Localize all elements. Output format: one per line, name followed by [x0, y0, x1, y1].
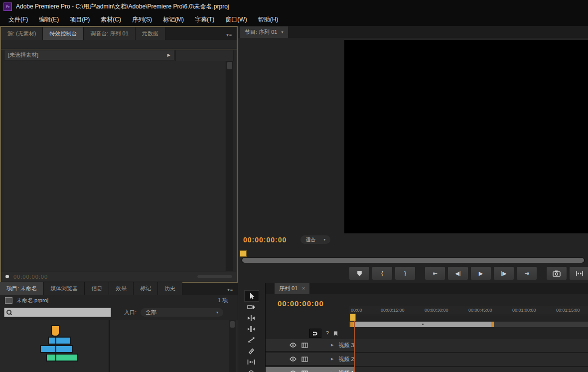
menu-clip[interactable]: 素材(C) — [95, 14, 127, 25]
status-indicator-dot — [5, 275, 9, 278]
timeline-current-timecode[interactable]: 00:00:00:00 — [278, 299, 324, 308]
panel-menu-icon[interactable]: ▾≡ — [223, 285, 238, 295]
play-button[interactable]: ▶ — [470, 266, 491, 280]
project-bin-area[interactable] — [0, 320, 238, 372]
track-content[interactable] — [354, 353, 588, 367]
sync-lock-icon[interactable] — [301, 357, 308, 362]
program-zoom-select[interactable]: 适合 ▾ — [300, 235, 330, 244]
tab-sequence-01[interactable]: 序列 01 × — [275, 283, 309, 294]
menu-project[interactable]: 项目(P) — [64, 14, 95, 25]
snap-toggle[interactable] — [309, 329, 321, 338]
tab-media-browser[interactable]: 媒体浏览器 — [44, 282, 85, 295]
menu-file[interactable]: 文件(F) — [3, 14, 33, 25]
tab-history[interactable]: 历史 — [158, 282, 182, 295]
search-box[interactable] — [4, 308, 111, 317]
tab-metadata[interactable]: 元数据 — [136, 27, 165, 40]
marker-icon — [356, 270, 363, 277]
premiere-pro-window: Pr Adobe Premiere Pro - C:\用户\admin\文档\A… — [0, 0, 588, 372]
slip-tool[interactable] — [244, 357, 258, 367]
timeline-panel: 序列 01 × 00:00:00:00 00:00 00:00:15:00 00… — [265, 283, 588, 372]
filter-select[interactable]: 全部 ▾ — [141, 308, 223, 317]
menu-marker[interactable]: 标记(M) — [157, 14, 189, 25]
project-scrollbar[interactable] — [229, 320, 236, 372]
track-content[interactable] — [354, 367, 588, 372]
work-area-handle[interactable] — [422, 324, 424, 325]
program-scrollbar[interactable] — [241, 257, 585, 263]
menu-help[interactable]: 帮助(H) — [253, 14, 284, 25]
eye-icon[interactable] — [290, 357, 296, 362]
menu-sequence[interactable]: 序列(S) — [127, 14, 157, 25]
tab-project[interactable]: 项目: 未命名 — [0, 282, 44, 295]
project-search-row: 入口: 全部 ▾ — [0, 307, 238, 318]
trim-button[interactable] — [569, 266, 588, 280]
timeline-ruler[interactable]: 00:00 00:00:15:00 00:00:30:00 00:00:45:0… — [349, 306, 588, 315]
mark-in-button[interactable]: { — [372, 266, 393, 280]
timeline-playhead-line — [354, 320, 355, 372]
tab-markers[interactable]: 标记 — [134, 282, 158, 295]
export-frame-button[interactable] — [546, 266, 567, 280]
timeline-playhead-marker[interactable] — [350, 314, 356, 321]
slide-tool-icon — [247, 370, 255, 372]
track-expand-icon[interactable]: ▶ — [331, 343, 333, 347]
sync-lock-icon[interactable] — [301, 371, 308, 372]
submenu-arrow-icon: ▶ — [167, 53, 170, 57]
rate-stretch-tool[interactable] — [244, 335, 258, 345]
close-icon[interactable]: × — [302, 286, 305, 291]
no-clip-selected-header[interactable]: [未选择素材] ▶ — [4, 50, 174, 60]
work-area-bar[interactable] — [350, 322, 494, 327]
scrollbar-thumb[interactable] — [230, 321, 235, 328]
menu-window[interactable]: 窗口(W) — [220, 14, 252, 25]
tab-effect-controls[interactable]: 特效控制台 — [43, 27, 84, 40]
slide-tool[interactable] — [244, 368, 258, 372]
eye-icon[interactable] — [290, 343, 296, 348]
search-input[interactable] — [14, 308, 109, 317]
program-monitor-panel: 节目: 序列 01 ▾ 00:00:00:00 适合 ▾ { } ⇤ ◀| ▶ — [238, 26, 588, 283]
track-header[interactable]: ▶ 视频 3 — [266, 339, 354, 352]
column-divider — [109, 320, 110, 372]
razor-tool-icon — [248, 348, 255, 355]
ripple-edit-tool[interactable] — [244, 313, 258, 323]
encore-chapter-marker-icon[interactable]: ? — [326, 331, 329, 336]
project-file-name: 未命名.prproj — [16, 297, 48, 304]
chevron-down-icon: ▾ — [323, 237, 325, 242]
scrollbar-thumb[interactable] — [242, 258, 584, 263]
panel-menu-icon[interactable]: ▾≡ — [222, 30, 237, 40]
menu-title[interactable]: 字幕(T) — [189, 14, 220, 25]
slip-tool-icon — [247, 359, 255, 365]
razor-tool[interactable] — [244, 346, 258, 356]
menu-edit[interactable]: 编辑(E) — [33, 14, 64, 25]
scrollbar-thumb[interactable] — [227, 62, 232, 69]
track-select-tool[interactable] — [244, 302, 258, 312]
effect-controls-toolbar-gap — [1, 40, 237, 49]
rolling-edit-tool[interactable] — [244, 324, 258, 334]
program-playhead-marker[interactable] — [240, 250, 247, 257]
panel-zoom-slider[interactable] — [197, 275, 232, 278]
chevron-down-icon[interactable]: ▾ — [281, 30, 283, 34]
timeline-toolbar: ? — [309, 329, 338, 338]
project-item-count: 1 项 — [218, 297, 233, 304]
track-header[interactable]: ▶ 视频 2 — [266, 353, 354, 366]
effect-controls-scrollbar[interactable] — [226, 61, 233, 271]
go-to-in-button[interactable]: ⇤ — [425, 266, 445, 280]
step-back-button[interactable]: ◀| — [447, 266, 468, 280]
tab-audio-mixer[interactable]: 调音台: 序列 01 — [84, 27, 135, 40]
tab-program-sequence[interactable]: 节目: 序列 01 ▾ — [240, 26, 288, 38]
go-to-out-button[interactable]: ⇥ — [516, 266, 537, 280]
video-track-3: ▶ 视频 3 — [266, 339, 588, 352]
step-forward-button[interactable]: |▶ — [493, 266, 514, 280]
mark-out-button[interactable]: } — [395, 266, 416, 280]
tab-effects[interactable]: 效果 — [109, 282, 134, 295]
sync-lock-icon[interactable] — [301, 343, 308, 348]
selection-tool[interactable] — [244, 290, 259, 302]
track-header[interactable]: ▶ 视频 1 — [266, 367, 354, 372]
program-current-timecode[interactable]: 00:00:00:00 — [243, 236, 287, 244]
unnumbered-marker-icon[interactable] — [333, 331, 338, 337]
tab-source-monitor[interactable]: 源: (无素材) — [1, 27, 43, 40]
filter-label: 入口: — [124, 309, 137, 316]
track-expand-icon[interactable]: ▶ — [331, 357, 333, 361]
tab-info[interactable]: 信息 — [85, 282, 109, 295]
add-marker-button[interactable] — [349, 266, 370, 280]
menu-bar: 文件(F) 编辑(E) 项目(P) 素材(C) 序列(S) 标记(M) 字幕(T… — [0, 13, 588, 26]
sequence-thumbnail-icon[interactable] — [40, 325, 75, 366]
track-content[interactable] — [354, 339, 588, 353]
